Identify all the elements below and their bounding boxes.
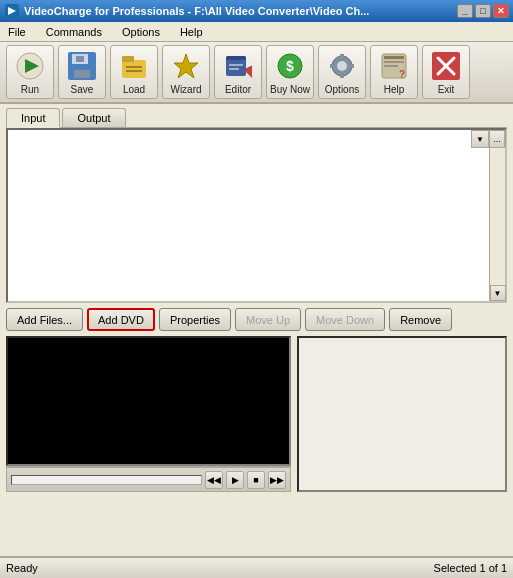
properties-button[interactable]: Properties [159, 308, 231, 331]
scroll-down-arrow[interactable]: ▼ [490, 285, 506, 301]
title-bar: VideoCharge for Professionals - F:\All V… [0, 0, 513, 22]
help-label: Help [384, 84, 405, 95]
tab-bar: Input Output [6, 108, 507, 128]
buynow-button[interactable]: $ Buy Now [266, 45, 314, 99]
save-icon [66, 50, 98, 82]
title-text: VideoCharge for Professionals - F:\All V… [24, 5, 369, 17]
svg-rect-15 [229, 64, 243, 66]
save-label: Save [71, 84, 94, 95]
options-label: Options [325, 84, 359, 95]
menu-file[interactable]: File [4, 24, 30, 40]
svg-point-22 [337, 61, 347, 71]
wizard-label: Wizard [170, 84, 201, 95]
move-up-button[interactable]: Move Up [235, 308, 301, 331]
more-button[interactable]: ... [489, 130, 505, 148]
wizard-button[interactable]: Wizard [162, 45, 210, 99]
title-bar-left: VideoCharge for Professionals - F:\All V… [4, 3, 369, 19]
file-list[interactable] [8, 130, 489, 301]
editor-icon [222, 50, 254, 82]
buynow-label: Buy Now [270, 84, 310, 95]
menu-bar: File Commands Options Help [0, 22, 513, 42]
menu-commands[interactable]: Commands [42, 24, 106, 40]
tab-output[interactable]: Output [62, 108, 125, 127]
save-button[interactable]: Save [58, 45, 106, 99]
status-right: Selected 1 of 1 [434, 562, 507, 574]
dropdown-button[interactable]: ▼ [471, 130, 489, 148]
exit-label: Exit [438, 84, 455, 95]
exit-icon [430, 50, 462, 82]
minimize-button[interactable]: _ [457, 4, 473, 18]
menu-options[interactable]: Options [118, 24, 164, 40]
svg-rect-16 [229, 68, 239, 70]
prev-frame-button[interactable]: ◀◀ [205, 471, 223, 489]
file-list-area: ▼ ... ▲ ▼ [6, 128, 507, 303]
buynow-icon: $ [274, 50, 306, 82]
menu-help[interactable]: Help [176, 24, 207, 40]
main-content: Input Output ▼ ... ▲ ▼ Add Files... Add … [0, 104, 513, 556]
svg-marker-12 [174, 54, 198, 78]
wizard-icon [170, 50, 202, 82]
svg-rect-26 [349, 64, 354, 68]
editor-label: Editor [225, 84, 251, 95]
maximize-button[interactable]: □ [475, 4, 491, 18]
toolbar: Run Save Load [0, 42, 513, 104]
title-bar-controls: _ □ ✕ [457, 4, 509, 18]
tab-input[interactable]: Input [6, 108, 60, 128]
progress-bar[interactable] [11, 475, 202, 485]
svg-rect-29 [384, 61, 404, 63]
svg-rect-6 [74, 70, 90, 78]
svg-rect-30 [384, 65, 398, 67]
options-button[interactable]: Options [318, 45, 366, 99]
options-icon [326, 50, 358, 82]
load-button[interactable]: Load [110, 45, 158, 99]
exit-button[interactable]: Exit [422, 45, 470, 99]
load-label: Load [123, 84, 145, 95]
svg-rect-9 [122, 56, 134, 62]
move-down-button[interactable]: Move Down [305, 308, 385, 331]
svg-text:?: ? [399, 69, 405, 80]
svg-rect-10 [126, 66, 142, 68]
help-icon: ? [378, 50, 410, 82]
run-button[interactable]: Run [6, 45, 54, 99]
next-frame-button[interactable]: ▶▶ [268, 471, 286, 489]
svg-rect-25 [330, 64, 335, 68]
run-label: Run [21, 84, 39, 95]
run-icon [14, 50, 46, 82]
status-bar: Ready Selected 1 of 1 [0, 556, 513, 578]
controls-bar: ◀◀ ▶ ■ ▶▶ [6, 466, 291, 492]
add-dvd-button[interactable]: Add DVD [87, 308, 155, 331]
svg-rect-7 [76, 56, 84, 62]
close-button[interactable]: ✕ [493, 4, 509, 18]
app-icon [4, 3, 20, 19]
svg-rect-24 [340, 73, 344, 78]
svg-rect-23 [340, 54, 344, 59]
svg-rect-8 [122, 60, 146, 78]
stop-button[interactable]: ■ [247, 471, 265, 489]
file-list-scrollbar[interactable]: ▲ ▼ [489, 130, 505, 301]
svg-rect-11 [126, 70, 142, 72]
load-icon [118, 50, 150, 82]
svg-rect-28 [384, 56, 404, 59]
play-button[interactable]: ▶ [226, 471, 244, 489]
add-files-button[interactable]: Add Files... [6, 308, 83, 331]
editor-button[interactable]: Editor [214, 45, 262, 99]
preview-area: ◀◀ ▶ ■ ▶▶ [6, 336, 507, 492]
svg-rect-14 [226, 56, 246, 60]
scroll-track[interactable] [490, 146, 505, 285]
status-left: Ready [6, 562, 38, 574]
preview-panel [297, 336, 507, 492]
video-preview [6, 336, 291, 466]
remove-button[interactable]: Remove [389, 308, 452, 331]
action-buttons: Add Files... Add DVD Properties Move Up … [6, 303, 507, 336]
svg-text:$: $ [286, 58, 294, 74]
help-button[interactable]: ? Help [370, 45, 418, 99]
